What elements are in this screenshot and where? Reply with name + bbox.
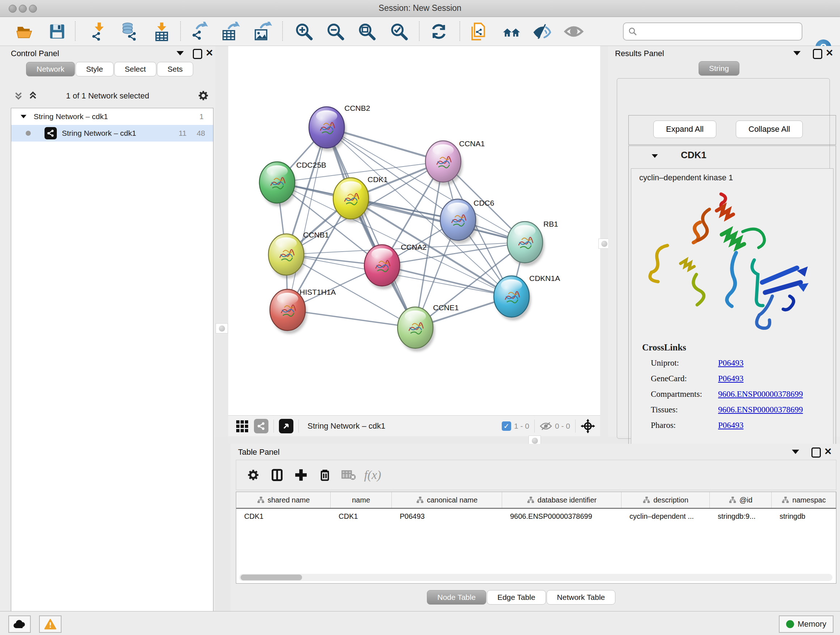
crosslink-value-link[interactable]: P06493 bbox=[718, 374, 744, 383]
edge-CCNB2-HIST1H1A[interactable] bbox=[287, 127, 327, 310]
node-CCNB2[interactable]: CCNB2 bbox=[309, 104, 370, 151]
table-cell[interactable]: CDK1 bbox=[331, 509, 392, 524]
node-CCNA2[interactable]: CCNA2 bbox=[364, 243, 426, 289]
duplicate-network-icon[interactable] bbox=[469, 21, 489, 42]
crosslink-value-link[interactable]: 9606.ENSP00000378699 bbox=[718, 405, 803, 415]
tab-network-table[interactable]: Network Table bbox=[546, 590, 616, 605]
export-table-icon[interactable] bbox=[220, 21, 240, 42]
warning-button[interactable] bbox=[39, 616, 62, 633]
delete-table-icon[interactable] bbox=[337, 469, 361, 481]
panel-close-icon[interactable]: ✕ bbox=[826, 49, 834, 57]
tab-select[interactable]: Select bbox=[114, 62, 156, 76]
tab-edge-table[interactable]: Edge Table bbox=[487, 590, 546, 605]
protein-structure-image bbox=[646, 187, 816, 336]
panel-menu-icon[interactable] bbox=[793, 51, 801, 55]
birds-eye-view-icon[interactable] bbox=[279, 419, 294, 433]
memory-button[interactable]: Memory bbox=[779, 616, 834, 633]
delete-column-trash-icon[interactable] bbox=[313, 468, 337, 482]
zoom-in-icon[interactable] bbox=[294, 21, 314, 42]
table-cell[interactable]: P06493 bbox=[392, 509, 502, 524]
pan-crosshair-icon[interactable] bbox=[581, 419, 595, 433]
panel-close-icon[interactable]: ✕ bbox=[824, 448, 832, 455]
table-cell[interactable]: stringdb:9... bbox=[710, 509, 772, 524]
first-neighbors-icon[interactable] bbox=[501, 21, 522, 42]
panel-float-icon[interactable] bbox=[812, 448, 821, 458]
panel-float-icon[interactable] bbox=[193, 49, 202, 59]
panel-float-icon[interactable] bbox=[813, 49, 822, 59]
zoom-fit-icon[interactable] bbox=[357, 21, 377, 42]
table-cell[interactable]: cyclin–dependent ... bbox=[622, 509, 710, 524]
tab-style[interactable]: Style bbox=[76, 62, 114, 76]
import-network-database-icon[interactable] bbox=[118, 21, 139, 42]
grid-view-icon[interactable] bbox=[236, 420, 248, 432]
save-session-icon[interactable] bbox=[47, 21, 67, 42]
export-image-icon[interactable] bbox=[253, 21, 273, 42]
column-header-label: shared name bbox=[268, 496, 310, 504]
table-row[interactable]: CDK1CDK1P064939606.ENSP00000378699cyclin… bbox=[236, 509, 836, 524]
column-header-name[interactable]: name bbox=[331, 492, 392, 508]
tab-node-table[interactable]: Node Table bbox=[427, 590, 486, 605]
share-view-icon[interactable] bbox=[254, 419, 268, 433]
crosslink-value-link[interactable]: P06493 bbox=[718, 358, 744, 368]
export-network-icon[interactable] bbox=[189, 21, 210, 42]
network-canvas[interactable]: CCNB2CCNA1CDC25BCDK1CDC6RB1CCNB1CCNA2CDK… bbox=[228, 46, 600, 415]
zoom-selected-icon[interactable] bbox=[389, 21, 409, 42]
open-session-icon[interactable] bbox=[14, 21, 35, 42]
network-row-selected[interactable]: String Network – cdk1 11 48 bbox=[11, 125, 213, 141]
collection-collapse-icon[interactable] bbox=[21, 115, 27, 119]
collapse-all-button[interactable]: Collapse All bbox=[736, 120, 803, 138]
selected-items-checkbox[interactable]: ✓ bbox=[502, 421, 511, 431]
node-HIST1H1A[interactable]: HIST1H1A bbox=[270, 288, 336, 334]
column-header-namespac[interactable]: namespac bbox=[772, 492, 836, 508]
node-RB1[interactable]: RB1 bbox=[507, 220, 558, 266]
crosslink-value-link[interactable]: P06493 bbox=[718, 421, 744, 430]
tree-options-gear-icon[interactable] bbox=[197, 89, 210, 102]
splitter-handle[interactable] bbox=[216, 323, 228, 333]
node-CCNA1[interactable]: CCNA1 bbox=[425, 139, 485, 185]
tab-network[interactable]: Network bbox=[26, 62, 75, 76]
node-CDC25B[interactable]: CDC25B bbox=[259, 161, 326, 206]
panel-menu-icon[interactable] bbox=[792, 450, 799, 454]
node-CDC6[interactable]: CDC6 bbox=[440, 199, 494, 244]
add-column-icon[interactable] bbox=[289, 468, 313, 482]
hidden-items-eye-icon[interactable] bbox=[540, 421, 552, 431]
table-settings-gear-icon[interactable] bbox=[241, 468, 265, 482]
import-network-file-icon[interactable] bbox=[88, 21, 109, 42]
node-CCNE1[interactable]: CCNE1 bbox=[398, 303, 459, 352]
table-cell[interactable]: CDK1 bbox=[236, 509, 331, 524]
node-label-CCNA1: CCNA1 bbox=[459, 139, 485, 148]
apply-layout-icon[interactable] bbox=[429, 21, 449, 42]
section-collapse-icon[interactable] bbox=[652, 154, 658, 158]
network-collection-row[interactable]: String Network – cdk1 1 bbox=[11, 108, 213, 125]
column-header-@id[interactable]: @id bbox=[710, 492, 772, 508]
search-box[interactable] bbox=[623, 22, 802, 41]
toolbar-separator bbox=[459, 21, 460, 41]
panel-menu-icon[interactable] bbox=[177, 51, 184, 55]
toolbar-separator bbox=[534, 420, 535, 432]
column-header-description[interactable]: description bbox=[622, 492, 710, 508]
search-input[interactable] bbox=[639, 27, 802, 36]
table-cell[interactable]: stringdb bbox=[772, 509, 836, 524]
node-CDKN1A[interactable]: CDKN1A bbox=[494, 274, 560, 320]
zoom-out-icon[interactable] bbox=[325, 21, 346, 42]
column-header-shared-name[interactable]: shared name bbox=[236, 492, 331, 508]
vertical-splitter[interactable] bbox=[215, 46, 228, 437]
show-hide-graphics-icon[interactable] bbox=[532, 21, 553, 42]
crosslink-value-link[interactable]: 9606.ENSP00000378699 bbox=[718, 390, 803, 399]
cloud-button[interactable] bbox=[8, 616, 31, 633]
import-table-file-icon[interactable] bbox=[152, 21, 172, 42]
tab-string[interactable]: String bbox=[699, 61, 739, 76]
vertical-splitter-right[interactable] bbox=[600, 46, 608, 437]
function-builder-icon[interactable]: f(x) bbox=[361, 468, 385, 482]
panel-close-icon[interactable]: ✕ bbox=[205, 49, 213, 57]
horizontal-scrollbar[interactable] bbox=[239, 574, 832, 581]
memory-status-dot-icon bbox=[786, 620, 794, 628]
edge-CCNB2-CCNE1[interactable] bbox=[327, 127, 415, 328]
column-header-canonical-name[interactable]: canonical name bbox=[392, 492, 502, 508]
tab-sets[interactable]: Sets bbox=[157, 62, 193, 76]
split-columns-icon[interactable] bbox=[265, 468, 289, 482]
column-header-database-identifier[interactable]: database identifier bbox=[502, 492, 622, 508]
scrollbar-thumb[interactable] bbox=[240, 575, 302, 580]
expand-all-button[interactable]: Expand All bbox=[653, 120, 716, 138]
table-cell[interactable]: 9606.ENSP00000378699 bbox=[502, 509, 622, 524]
